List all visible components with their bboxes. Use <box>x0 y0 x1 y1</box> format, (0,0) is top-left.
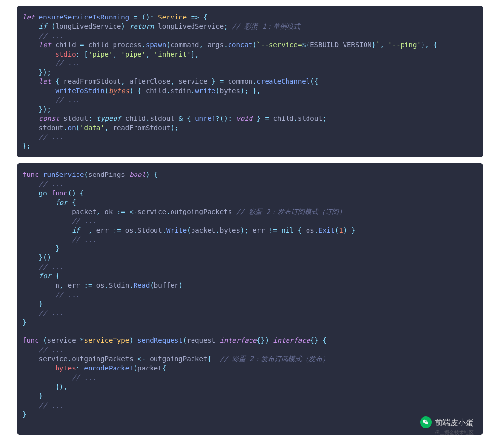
code-line: // ... <box>17 31 483 40</box>
code-line: // ... <box>17 309 483 318</box>
code-line: bytes: encodePacket(packet{ <box>17 364 483 373</box>
code-line: writeToStdin(bytes) { child.stdin.write(… <box>17 86 483 96</box>
code-line: }); <box>17 68 483 77</box>
code-line: let { readFromStdout, afterClose, servic… <box>17 77 483 86</box>
code-line: } <box>17 391 483 401</box>
code-line: } <box>17 244 483 253</box>
code-line: for { <box>17 272 483 281</box>
code-line: if _, err := os.Stdout.Write(packet.byte… <box>17 226 483 235</box>
code-line: // ... <box>17 401 483 410</box>
code-line: } <box>17 318 483 327</box>
code-line: // ... <box>17 58 483 68</box>
code-block-1: let ensureServiceIsRunning = (): Service… <box>17 6 483 157</box>
code-line: // ... <box>17 179 483 189</box>
code-line: func runService(sendPings bool) { <box>17 170 483 179</box>
code-line: // ... <box>17 290 483 299</box>
code-line: // ... <box>17 133 483 142</box>
code-line: let child = child_process.spawn(command,… <box>17 40 483 50</box>
code-line: // ... <box>17 262 483 272</box>
code-line <box>17 327 483 336</box>
code-line: }); <box>17 105 483 114</box>
code-line: // ... <box>17 373 483 382</box>
code-line: }), <box>17 382 483 391</box>
code-line: const stdout: typeof child.stdout & { un… <box>17 114 483 123</box>
code-line: n, err := os.Stdin.Read(buffer) <box>17 281 483 290</box>
code-line: } <box>17 410 483 419</box>
code-line: packet, ok := <-service.outgoingPackets … <box>17 207 483 216</box>
code-line: go func() { <box>17 189 483 198</box>
code-line: stdio: ['pipe', 'pipe', 'inherit'], <box>17 50 483 59</box>
code-line: func (service *serviceType) sendRequest(… <box>17 336 483 345</box>
watermark-text: 前端皮小蛋 <box>435 417 474 428</box>
code-line: service.outgoingPackets <- outgoingPacke… <box>17 354 483 364</box>
code-line: }; <box>17 141 483 151</box>
code-line: for { <box>17 198 483 207</box>
code-line: // ... <box>17 96 483 105</box>
code-line: // ... <box>17 345 483 354</box>
code-line: // ... <box>17 216 483 226</box>
code-line: }() <box>17 253 483 262</box>
code-line: // ... <box>17 235 483 244</box>
code-line: } <box>17 299 483 309</box>
code-line: let ensureServiceIsRunning = (): Service… <box>17 13 483 22</box>
code-block-2: func runService(sendPings bool) { // ...… <box>17 163 483 435</box>
code-line: stdout.on('data', readFromStdout); <box>17 123 483 133</box>
watermark-subtext: 稀土掘金技术社区 <box>435 429 474 435</box>
code-line: if (longLivedService) return longLivedSe… <box>17 22 483 31</box>
